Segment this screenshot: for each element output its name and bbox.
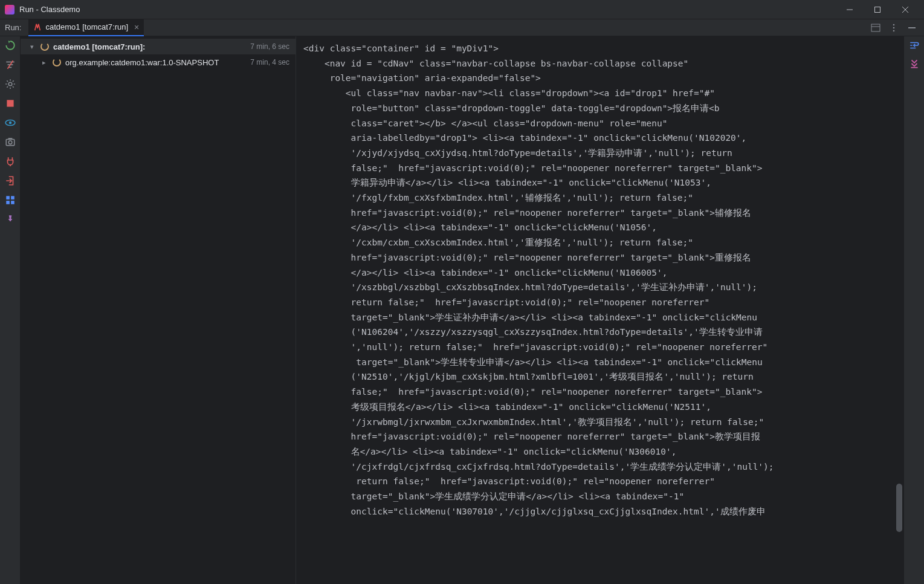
soft-wrap-icon[interactable] (909, 40, 920, 51)
tree-child-time: 7 min, 4 sec (250, 58, 289, 67)
svg-point-19 (8, 141, 12, 144)
scroll-to-end-icon[interactable] (909, 58, 920, 69)
svg-rect-21 (6, 196, 10, 200)
right-action-gutter (903, 36, 924, 584)
loading-icon (52, 57, 62, 67)
maven-icon (33, 23, 42, 31)
tree-root-label: catdemo1 [tomcat7:run]: (53, 42, 145, 51)
svg-point-14 (8, 82, 12, 86)
pin-icon[interactable] (5, 214, 16, 225)
left-action-gutter (0, 36, 21, 584)
svg-point-7 (893, 27, 895, 28)
chevron-down-icon[interactable]: ▾ (28, 43, 36, 51)
console-text[interactable]: <div class="container" id = "myDiv1"> <n… (303, 41, 896, 519)
snapshot-icon[interactable] (5, 137, 16, 148)
app-icon (5, 5, 15, 15)
window-controls (836, 0, 919, 19)
close-button[interactable] (891, 0, 919, 19)
run-tab[interactable]: catdemo1 [tomcat7:run] × (28, 19, 144, 36)
svg-point-17 (8, 122, 11, 125)
svg-point-6 (893, 24, 895, 25)
svg-point-8 (893, 30, 895, 31)
console-output[interactable]: <div class="container" id = "myDiv1"> <n… (296, 36, 903, 584)
loading-icon (40, 42, 50, 51)
layout-settings-icon[interactable] (5, 195, 16, 206)
layout-icon[interactable] (871, 23, 880, 33)
settings-icon[interactable] (5, 79, 16, 89)
svg-rect-23 (6, 201, 10, 204)
minimize-button[interactable] (836, 0, 864, 19)
maximize-button[interactable] (864, 0, 891, 19)
run-tab-label: catdemo1 [tomcat7:run] (45, 22, 128, 31)
svg-rect-20 (8, 138, 12, 139)
main-area: ▾ catdemo1 [tomcat7:run]: 7 min, 6 sec ▸… (0, 36, 924, 584)
tree-child-label: org.example:catdemo1:war:1.0-SNAPSHOT (65, 58, 219, 67)
window-title: Run - Classdemo (19, 5, 80, 14)
more-icon[interactable] (889, 23, 899, 33)
run-label: Run: (5, 23, 21, 32)
svg-rect-1 (875, 7, 880, 12)
close-tab-icon[interactable]: × (134, 22, 139, 32)
svg-rect-15 (7, 100, 13, 106)
tree-root-time: 7 min, 6 sec (250, 42, 289, 51)
run-toolwindow-header: Run: catdemo1 [tomcat7:run] × (0, 19, 924, 36)
hide-icon[interactable] (907, 23, 917, 33)
filter-icon[interactable] (5, 59, 16, 70)
svg-rect-22 (11, 196, 15, 200)
svg-rect-24 (11, 201, 15, 204)
stop-icon[interactable] (5, 98, 16, 109)
scrollbar-thumb[interactable] (896, 484, 902, 532)
svg-rect-4 (871, 24, 880, 31)
tree-child-row[interactable]: ▸ org.example:catdemo1:war:1.0-SNAPSHOT … (21, 54, 296, 70)
build-tree: ▾ catdemo1 [tomcat7:run]: 7 min, 6 sec ▸… (21, 36, 296, 584)
plug-icon[interactable] (5, 156, 16, 167)
exit-icon[interactable] (5, 175, 16, 186)
tree-root-row[interactable]: ▾ catdemo1 [tomcat7:run]: 7 min, 6 sec (21, 39, 296, 54)
titlebar: Run - Classdemo (0, 0, 924, 19)
chevron-right-icon[interactable]: ▸ (40, 59, 48, 67)
debug-view-icon[interactable] (5, 117, 16, 128)
rerun-icon[interactable] (5, 40, 16, 51)
